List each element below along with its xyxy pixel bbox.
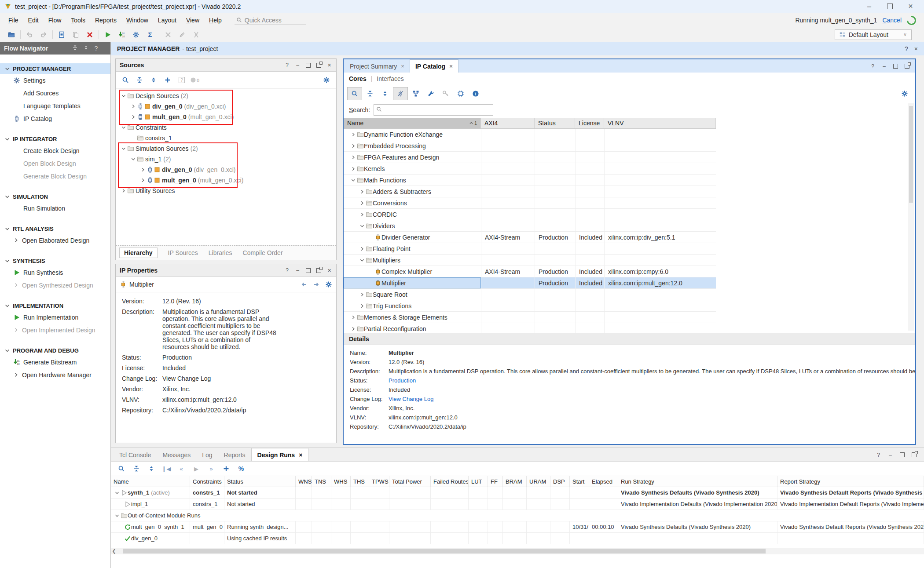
sources-tab-ip-sources[interactable]: IP Sources [168,249,198,256]
back-arrow-icon[interactable] [301,281,308,288]
catalog-row-multiplier[interactable]: MultiplierProductionIncludedxilinx.com:i… [344,277,716,289]
results-tab-messages[interactable]: Messages [157,448,196,461]
menu-reports[interactable]: Reports [90,15,121,25]
float-panel-icon[interactable] [904,63,910,69]
source-tree-item-constraints[interactable]: Constraints [116,122,336,133]
run-column-header-start[interactable]: Start [570,476,589,487]
chevron-right-icon[interactable] [350,154,357,161]
chevron-down-icon[interactable] [120,124,127,131]
run-column-header-total-power[interactable]: Total Power [389,476,431,487]
runs-step-back-button[interactable]: « [174,462,188,475]
menu-window[interactable]: Window [121,15,153,25]
catalog-row-kernels[interactable]: Kernels [344,163,716,175]
run-column-header-wns[interactable]: WNS [296,476,312,487]
expand-collapse-icon[interactable] [83,45,89,51]
catalog-row-square-root[interactable]: Square Root [344,289,716,300]
catalog-row-multipliers[interactable]: Multipliers [344,255,716,266]
chevron-down-icon[interactable] [114,489,121,496]
details-value[interactable]: Production [389,377,416,384]
chevron-right-icon[interactable] [139,177,147,184]
flownav-header-simulation[interactable]: SIMULATION [0,191,110,202]
quick-access-search[interactable]: Quick Access [235,16,306,25]
float-panel-icon[interactable] [316,62,322,68]
menu-view[interactable]: View [181,15,204,25]
flownav-item-generate-bitstream[interactable]: 0110Generate Bitstream [0,356,110,368]
minimize-panel-icon[interactable]: – [103,45,106,52]
chevron-down-icon[interactable] [359,222,366,229]
tab-interfaces[interactable]: Interfaces [377,75,403,82]
catalog-device-view-button[interactable] [454,87,468,100]
catalog-search-button[interactable] [347,87,362,100]
catalog-row-embedded-processing[interactable]: Embedded Processing [344,140,716,152]
close-panel-icon[interactable]: × [326,268,332,273]
flownav-item-run-synthesis[interactable]: Run Synthesis [0,266,110,279]
chevron-right-icon[interactable] [359,302,366,309]
close-icon[interactable]: × [914,45,918,52]
chevron-right-icon[interactable] [359,200,366,207]
toolbar-delete-button[interactable] [83,29,97,41]
chevron-right-icon[interactable] [350,142,357,149]
help-icon[interactable]: ? [284,62,290,68]
toolbar-report-button[interactable] [55,29,69,41]
cancel-link[interactable]: Cancel [882,17,902,24]
layout-selector[interactable]: Default Layout ∨ [835,29,912,40]
maximize-panel-icon[interactable] [893,63,898,69]
run-row-mult-gen-0-synth-1[interactable]: mult_gen_0_synth_1mult_gen_0Running synt… [111,521,924,533]
source-tree-item-div-gen-0[interactable]: div_gen_0(div_gen_0.xci) [116,164,336,175]
run-column-header-run-strategy[interactable]: Run Strategy [618,476,777,487]
results-tab-design-runs[interactable]: Design Runs× [251,448,309,461]
run-column-header-ff[interactable]: FF [488,476,503,487]
chevron-right-icon[interactable] [130,103,137,110]
flownav-item-generate-block-design[interactable]: Generate Block Design [0,170,110,182]
runs-search-button[interactable] [114,462,128,475]
catalog-row-memories-storage-elements[interactable]: Memories & Storage Elements [344,312,716,323]
close-tab-icon[interactable]: × [449,63,453,69]
property-value[interactable]: Production [162,354,278,361]
scrollbar-thumb[interactable] [909,106,913,203]
column-header-axi4[interactable]: AXI4 [481,118,535,128]
sources-search-button[interactable] [118,74,132,86]
source-tree-item-sim-1[interactable]: sim_1(2) [116,154,336,164]
help-icon[interactable]: ? [876,452,881,458]
flownav-item-language-templates[interactable]: Language Templates [0,99,110,112]
toolbar-generate-bitstream-button[interactable]: 0110 [115,29,129,41]
run-row-impl-1[interactable]: impl_1constrs_1Not startedVivado Impleme… [111,499,924,510]
runs-collapse-all-button[interactable] [129,462,143,475]
run-column-header-tns[interactable]: TNS [312,476,331,487]
menu-layout[interactable]: Layout [153,15,181,25]
run-column-header-ths[interactable]: THS [351,476,369,487]
run-column-header-name[interactable]: Name [111,476,190,487]
chevron-right-icon[interactable] [350,314,357,321]
catalog-row-math-functions[interactable]: Math Functions [344,175,716,186]
flownav-item-run-implementation[interactable]: Run Implementation [0,311,110,324]
column-header-name[interactable]: Name1 [344,118,481,128]
toolbar-redo-button[interactable] [37,29,51,41]
run-column-header-tpws[interactable]: TPWS [369,476,389,487]
catalog-taxonomy-view-button[interactable] [409,87,423,100]
run-column-header-lut[interactable]: LUT [469,476,488,487]
sources-tab-hierarchy[interactable]: Hierarchy [119,248,158,258]
flownav-item-create-block-design[interactable]: Create Block Design [0,144,110,157]
sources-add-sources-button[interactable] [161,74,175,86]
chevron-right-icon[interactable] [350,325,357,332]
runs-play-button[interactable]: ▶ [189,462,203,475]
source-tree-item-div-gen-0[interactable]: div_gen_0(div_gen_0.xci) [116,101,336,112]
chevron-down-icon[interactable] [120,145,127,152]
column-header-vlnv[interactable]: VLNV [604,118,716,128]
catalog-row-adders-subtracters[interactable]: Adders & Subtracters [344,186,716,197]
flownav-header-synthesis[interactable]: SYNTHESIS [0,255,110,266]
toolbar-open-project-button[interactable] [4,29,18,41]
chevron-right-icon[interactable] [359,211,366,218]
sources-expand-all-button[interactable] [147,74,161,86]
run-column-header-failed-routes[interactable]: Failed Routes [431,476,469,487]
float-panel-icon[interactable] [316,268,322,273]
run-column-header-report-strategy[interactable]: Report Strategy [777,476,924,487]
editor-tab-ip-catalog[interactable]: IP Catalog× [410,59,458,73]
flownav-item-settings[interactable]: Settings [0,74,110,87]
flownav-header-program-and-debug[interactable]: PROGRAM AND DEBUG [0,345,110,356]
chevron-right-icon[interactable] [130,113,137,120]
chevron-right-icon[interactable] [350,131,357,138]
minimize-panel-icon[interactable]: – [295,62,301,68]
results-tab-reports[interactable]: Reports [218,448,251,461]
chevron-right-icon[interactable] [359,188,366,195]
